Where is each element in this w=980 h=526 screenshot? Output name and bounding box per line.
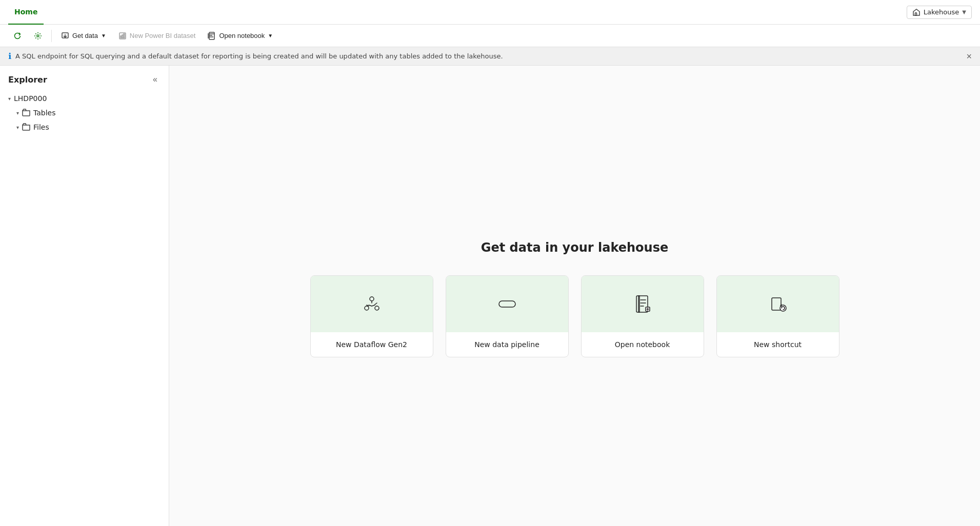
- card-new-shortcut[interactable]: New shortcut: [716, 275, 839, 357]
- card-open-notebook[interactable]: Open notebook: [581, 275, 704, 357]
- tables-chevron-icon: ▾: [16, 110, 19, 116]
- card-label-pipeline: New data pipeline: [446, 332, 568, 357]
- top-bar-left: Home: [8, 0, 44, 25]
- tables-folder-icon: [22, 109, 30, 117]
- svg-point-9: [365, 306, 369, 310]
- svg-rect-0: [915, 13, 916, 15]
- card-label-dataflow: New Dataflow Gen2: [311, 332, 433, 357]
- open-notebook-button[interactable]: Open notebook ▼: [203, 30, 278, 42]
- card-label-notebook: Open notebook: [582, 332, 704, 357]
- top-bar: Home Lakehouse ▼: [0, 0, 980, 25]
- tab-home[interactable]: Home: [8, 0, 44, 25]
- main-title: Get data in your lakehouse: [481, 240, 669, 255]
- files-label: Files: [33, 123, 49, 131]
- power-bi-icon: [118, 32, 127, 40]
- collapse-button[interactable]: «: [150, 74, 161, 85]
- svg-point-10: [375, 306, 379, 310]
- info-bar-left: ℹ A SQL endpoint for SQL querying and a …: [8, 51, 503, 61]
- svg-rect-5: [122, 35, 123, 38]
- tables-label: Tables: [33, 109, 56, 117]
- tree-item-files[interactable]: ▾ Files: [0, 120, 169, 134]
- top-bar-right: Lakehouse ▼: [907, 6, 972, 19]
- refresh-button[interactable]: [8, 30, 27, 42]
- explorer-title: Explorer: [8, 75, 47, 85]
- get-data-label: Get data: [72, 32, 98, 39]
- new-power-bi-label: New Power BI dataset: [130, 32, 196, 39]
- toolbar: Get data ▼ New Power BI dataset Open not…: [0, 25, 980, 47]
- card-label-shortcut: New shortcut: [717, 332, 839, 357]
- toolbar-divider-1: [51, 30, 52, 42]
- get-data-chevron-icon: ▼: [101, 33, 106, 38]
- main-content: Get data in your lakehouse New Dataflow …: [169, 66, 980, 526]
- svg-rect-7: [209, 32, 214, 39]
- lakehouse-label: Lakehouse: [924, 8, 959, 16]
- lakehouse-chevron-icon: ▼: [962, 9, 966, 15]
- info-bar: ℹ A SQL endpoint for SQL querying and a …: [0, 47, 980, 66]
- explorer-header: Explorer «: [0, 74, 169, 91]
- svg-rect-11: [499, 301, 515, 307]
- card-new-dataflow[interactable]: New Dataflow Gen2: [310, 275, 433, 357]
- main-layout: Explorer « ▾ LHDP000 ▾ Tables ▾ Files: [0, 66, 980, 526]
- root-chevron-icon: ▾: [8, 96, 11, 102]
- home-icon: [912, 8, 921, 16]
- info-close-button[interactable]: ×: [966, 52, 972, 61]
- card-new-pipeline[interactable]: New data pipeline: [446, 275, 569, 357]
- explorer-sidebar: Explorer « ▾ LHDP000 ▾ Tables ▾ Files: [0, 66, 169, 526]
- notebook-toolbar-icon: [208, 32, 216, 40]
- svg-rect-13: [638, 296, 639, 312]
- svg-rect-4: [121, 36, 122, 38]
- tree-item-tables[interactable]: ▾ Tables: [0, 106, 169, 120]
- shortcut-icon: [768, 294, 788, 314]
- files-folder-icon: [22, 123, 30, 131]
- open-notebook-label: Open notebook: [219, 32, 265, 39]
- get-data-button[interactable]: Get data ▼: [56, 30, 111, 42]
- svg-rect-6: [124, 34, 125, 38]
- refresh-icon: [13, 32, 22, 40]
- info-message: A SQL endpoint for SQL querying and a de…: [15, 52, 503, 60]
- new-power-bi-button[interactable]: New Power BI dataset: [113, 30, 201, 42]
- files-chevron-icon: ▾: [16, 125, 19, 130]
- card-icon-area-dataflow: [311, 276, 433, 332]
- get-data-icon: [61, 32, 69, 40]
- card-icon-area-pipeline: [446, 276, 568, 332]
- card-icon-area-notebook: [582, 276, 704, 332]
- pipeline-icon: [497, 294, 517, 314]
- lakehouse-selector[interactable]: Lakehouse ▼: [907, 6, 972, 19]
- open-notebook-chevron-icon: ▼: [268, 33, 273, 38]
- settings-button[interactable]: [29, 30, 47, 42]
- svg-point-1: [37, 35, 39, 37]
- settings-icon: [34, 32, 42, 40]
- card-icon-area-shortcut: [717, 276, 839, 332]
- open-notebook-icon: [632, 294, 653, 314]
- svg-point-8: [370, 297, 374, 301]
- root-label: LHDP000: [14, 94, 47, 103]
- info-icon: ℹ: [8, 51, 11, 61]
- cards-row: New Dataflow Gen2 New data pipeline: [310, 275, 839, 357]
- tree-root[interactable]: ▾ LHDP000: [0, 91, 169, 106]
- dataflow-icon: [362, 294, 382, 314]
